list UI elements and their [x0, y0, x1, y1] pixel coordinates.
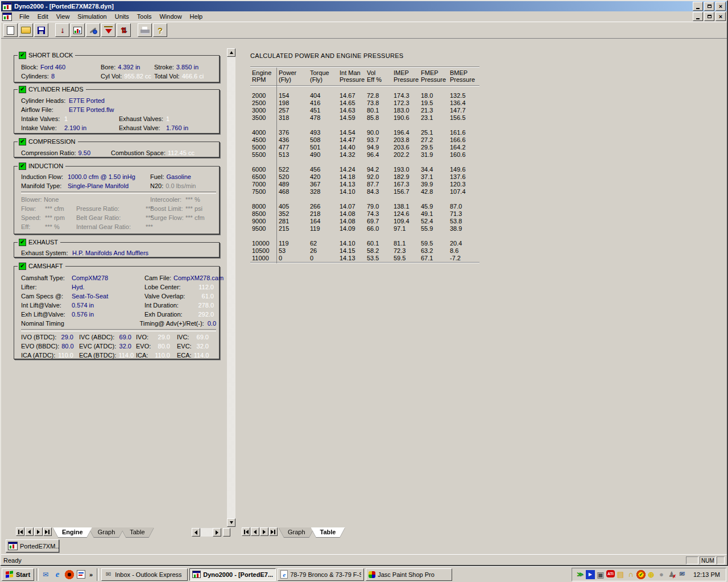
exh-lift-value[interactable]: 0.576 in: [72, 311, 94, 318]
tab-graph[interactable]: Graph: [89, 527, 125, 537]
close-button[interactable]: ×: [715, 2, 726, 11]
dyno-tools-toolbar-button[interactable]: [86, 23, 100, 37]
cell: 85.8: [367, 114, 394, 122]
evo-value[interactable]: 80.0: [61, 342, 73, 351]
antivirus-tray-icon[interactable]: [636, 570, 646, 579]
tab-table[interactable]: Table: [311, 527, 345, 537]
menu-help[interactable]: Help: [186, 13, 207, 20]
tab-nav-next-button[interactable]: [260, 527, 268, 536]
menu-units[interactable]: Units: [111, 13, 133, 20]
block-value[interactable]: Ford 460: [40, 64, 65, 70]
new-toolbar-button[interactable]: [3, 23, 18, 37]
menu-edit[interactable]: Edit: [34, 13, 52, 20]
camshaft-type-value[interactable]: CompXM278: [72, 275, 108, 281]
taskbar-button[interactable]: Jasc Paint Shop Pro: [366, 568, 452, 581]
tab-engine[interactable]: Engine: [53, 527, 92, 537]
cam-specs-value[interactable]: Seat-To-Seat: [72, 293, 108, 300]
evc-label: EVC (ATDC):: [79, 342, 116, 351]
mail-quicklaunch-icon[interactable]: [41, 570, 50, 579]
ati-tray-icon[interactable]: [606, 570, 615, 577]
timing-adv-value[interactable]: 0.0: [208, 319, 216, 328]
filter-toolbar-button[interactable]: [101, 23, 115, 37]
cylinder-heads-checkbox[interactable]: ✔: [19, 86, 26, 93]
help-toolbar-button[interactable]: [153, 23, 167, 37]
scanner-tray-icon[interactable]: [576, 570, 585, 579]
menu-simulation[interactable]: Simulation: [73, 13, 110, 20]
menu-view[interactable]: View: [52, 13, 74, 20]
evc-value[interactable]: 32.0: [119, 342, 131, 351]
compression-ratio-value[interactable]: 9.50: [78, 149, 90, 156]
bore-value[interactable]: 4.392 in: [118, 64, 140, 70]
start-button[interactable]: Start: [2, 568, 34, 581]
tab-nav-last-button[interactable]: [43, 527, 52, 536]
simulate-toolbar-button[interactable]: [55, 23, 69, 37]
manifold-type-value[interactable]: Single-Plane Manifold: [68, 182, 129, 189]
taskbar-button[interactable]: Dyno2000 - [PortedE7...: [189, 568, 276, 581]
cam-file-value[interactable]: CompXM278.cam: [173, 273, 224, 282]
minimize-button[interactable]: [693, 2, 703, 11]
offline-user-tray-icon[interactable]: [667, 570, 676, 579]
short-block-checkbox[interactable]: ✔: [19, 52, 26, 59]
internet-explorer-quicklaunch-icon[interactable]: [53, 570, 62, 579]
compression-checkbox[interactable]: ✔: [19, 138, 26, 146]
cylinders-value[interactable]: 8: [51, 73, 55, 80]
tab-nav-next-button[interactable]: [34, 527, 43, 536]
chevron-icon[interactable]: »: [88, 571, 94, 578]
camshaft-checkbox[interactable]: ✔: [19, 263, 26, 270]
explorer-tray-icon[interactable]: [616, 570, 625, 579]
print-toolbar-button[interactable]: [138, 23, 152, 37]
volume-tray-icon[interactable]: [657, 570, 666, 579]
scroll-up-button[interactable]: [227, 48, 235, 57]
tab-nav-prev-button[interactable]: [25, 527, 34, 536]
hscroll-left-button[interactable]: [192, 528, 200, 537]
menu-file[interactable]: File: [15, 13, 34, 20]
hscroll-right-button[interactable]: [213, 528, 221, 537]
lifter-value[interactable]: Hyd.: [72, 284, 85, 290]
tab-nav-prev-button[interactable]: [251, 527, 259, 536]
player-tray-icon[interactable]: [586, 570, 595, 579]
save-toolbar-button[interactable]: [34, 23, 48, 37]
tab-nav-first-button[interactable]: [242, 527, 250, 536]
mdi-minimize-button[interactable]: [693, 12, 703, 21]
document-icon[interactable]: [2, 13, 12, 21]
taskbar-button[interactable]: 78-79 Bronco & 73-79 F-S...: [278, 568, 364, 581]
open-toolbar-button[interactable]: [19, 23, 33, 37]
graph-pictures-toolbar-button[interactable]: [71, 23, 85, 37]
exhaust-valve-value[interactable]: 1.760 in: [166, 124, 188, 131]
tab-table[interactable]: Table: [121, 527, 154, 537]
tab-graph[interactable]: Graph: [279, 527, 315, 537]
fuel-value[interactable]: Gasoline: [166, 173, 191, 180]
tab-nav-first-button[interactable]: [16, 527, 24, 536]
iterate-toolbar-button[interactable]: [117, 23, 131, 37]
stroke-value[interactable]: 3.850 in: [176, 64, 198, 70]
ivo-value[interactable]: 29.0: [61, 332, 73, 342]
induction-flow-value[interactable]: 1000.0 cfm @ 1.50 inHg: [68, 173, 135, 180]
menu-window[interactable]: Window: [155, 13, 185, 20]
globe-tray-icon[interactable]: [647, 570, 656, 579]
minimized-document-window[interactable]: PortedE7XM...: [6, 539, 59, 552]
media-player-quicklaunch-icon[interactable]: [65, 570, 74, 579]
induction-checkbox[interactable]: ✔: [19, 163, 26, 170]
left-panel-scrollbar[interactable]: [227, 48, 235, 527]
outbox-tray-icon[interactable]: [677, 570, 686, 579]
ivc-value[interactable]: 69.0: [119, 332, 131, 342]
exhaust-system-value[interactable]: H.P. Manifolds And Mufflers: [72, 248, 148, 257]
mdi-restore-button[interactable]: [704, 12, 714, 21]
splitter-grip[interactable]: [223, 528, 230, 537]
keys-tray-icon[interactable]: [626, 570, 635, 579]
tab-nav-last-button[interactable]: [269, 527, 278, 536]
heads-value[interactable]: E7TE Ported: [69, 96, 105, 105]
intake-valve-value[interactable]: 2.190 in: [64, 124, 86, 131]
airflow-value[interactable]: E7TE Ported.flw: [69, 105, 114, 114]
scroll-down-button[interactable]: [227, 518, 235, 527]
hscroll-track[interactable]: [200, 528, 213, 537]
taskbar-button[interactable]: Inbox - Outlook Express: [101, 568, 188, 581]
int-lift-value[interactable]: 0.574 in: [72, 302, 94, 309]
compose-quicklaunch-icon[interactable]: [77, 570, 85, 579]
exhaust-checkbox[interactable]: ✔: [19, 239, 26, 246]
display-tray-icon[interactable]: [596, 570, 605, 579]
mdi-close-button[interactable]: ×: [715, 12, 726, 21]
menu-tools[interactable]: Tools: [133, 13, 156, 20]
restore-button[interactable]: [704, 2, 714, 11]
cell: 136.4: [450, 99, 479, 107]
